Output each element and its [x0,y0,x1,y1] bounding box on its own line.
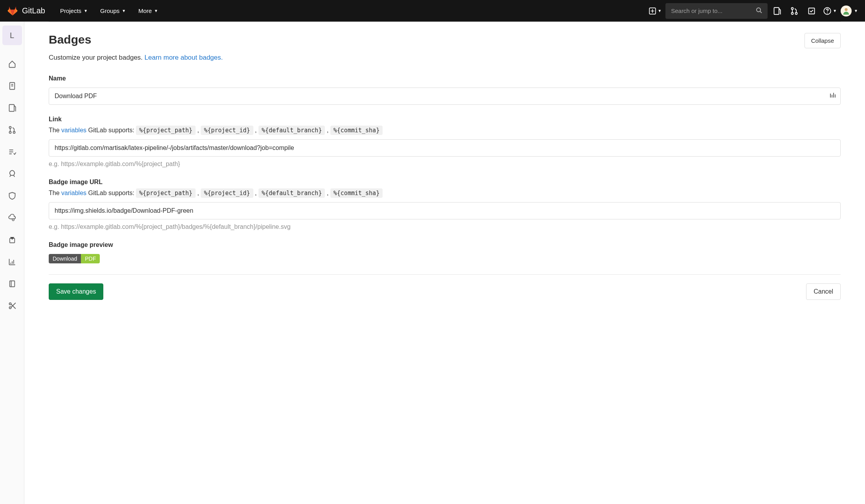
variables-link[interactable]: variables [61,127,86,133]
section-description: Customize your project badges. Learn mor… [49,54,841,62]
sidebar-issues-nav[interactable] [4,100,20,116]
image-url-label: Badge image URL [49,179,841,186]
sidebar-repository[interactable] [4,78,20,94]
chart-icon [8,258,16,266]
chevron-down-icon: ▼ [854,9,858,13]
project-avatar[interactable]: L [2,26,22,45]
merge-requests-button[interactable] [786,3,802,19]
badge-preview: Download PDF [49,254,100,263]
chevron-down-icon: ▼ [154,9,158,13]
left-sidebar: L [0,22,24,504]
section-title: Badges [49,33,91,46]
shield-icon [8,192,16,200]
issue-icon [773,7,781,15]
user-menu[interactable]: ▼ [841,5,858,16]
svg-point-14 [13,131,15,133]
gitlab-brand-text: GitLab [22,6,45,15]
todo-icon [808,7,816,15]
main-content: Badges Collapse Customize your project b… [24,22,865,504]
sidebar-packages[interactable] [4,232,20,248]
nav-projects[interactable]: Projects ▼ [55,4,93,17]
svg-rect-20 [830,94,831,98]
avatar [841,5,852,16]
svg-rect-11 [9,104,14,111]
rocket-icon [8,170,16,178]
name-input[interactable] [49,88,841,105]
svg-rect-23 [835,95,836,98]
svg-rect-17 [9,281,15,287]
merge-request-icon [790,7,798,15]
sidebar-analytics[interactable] [4,254,20,270]
svg-point-1 [757,8,761,12]
svg-rect-2 [774,7,779,15]
search-input[interactable] [665,3,768,19]
todos-button[interactable] [804,3,819,19]
search-icon [756,7,762,15]
search-box [665,3,768,19]
sidebar-wiki[interactable] [4,276,20,292]
question-icon [823,7,831,15]
sidebar-security[interactable] [4,188,20,204]
file-icon [8,82,16,90]
nav-more[interactable]: More ▼ [133,4,163,17]
chevron-down-icon: ▼ [658,9,662,13]
package-icon [8,236,16,244]
svg-point-4 [792,12,794,14]
chevron-down-icon: ▼ [84,9,88,13]
svg-point-8 [827,13,828,13]
chevron-down-icon: ▼ [833,9,837,13]
sidebar-home[interactable] [4,56,20,72]
link-input[interactable] [49,139,841,157]
svg-point-3 [792,7,794,9]
svg-point-5 [795,12,797,14]
issues-button[interactable] [769,3,785,19]
badge-preview-left: Download [49,254,81,263]
chevron-down-icon: ▼ [122,9,126,13]
link-example: e.g. https://example.gitlab.com/%{projec… [49,161,841,168]
input-keyring-icon [830,93,836,100]
link-variables-help: The variables GitLab supports: %{project… [49,127,841,134]
sidebar-snippets[interactable] [4,298,20,314]
cloud-gear-icon [8,214,16,222]
variables-link[interactable]: variables [61,190,86,196]
nav-groups[interactable]: Groups ▼ [95,4,131,17]
svg-point-18 [9,303,11,305]
sidebar-operations[interactable] [4,210,20,226]
svg-rect-21 [832,95,832,98]
learn-more-link[interactable]: Learn more about badges. [145,54,223,61]
svg-point-19 [9,307,11,309]
svg-rect-22 [833,93,834,98]
collapse-button[interactable]: Collapse [805,33,841,48]
issue-icon [8,104,16,112]
image-url-input[interactable] [49,202,841,219]
svg-point-9 [845,8,847,11]
cancel-button[interactable]: Cancel [806,283,841,300]
preview-label: Badge image preview [49,241,841,248]
name-label: Name [49,75,841,82]
image-example: e.g. https://example.gitlab.com/%{projec… [49,223,841,230]
sidebar-cicd[interactable] [4,166,20,182]
svg-point-12 [9,126,11,128]
help-button[interactable]: ▼ [821,3,839,19]
badge-preview-right: PDF [81,254,100,263]
image-variables-help: The variables GitLab supports: %{project… [49,190,841,197]
sidebar-merge-requests[interactable] [4,122,20,138]
home-icon [8,60,16,68]
sidebar-requirements[interactable] [4,144,20,160]
merge-request-icon [8,126,16,134]
link-label: Link [49,116,841,123]
save-button[interactable]: Save changes [49,283,103,300]
book-icon [8,280,16,288]
plus-box-icon [649,7,656,15]
gitlab-logo[interactable]: GitLab [7,6,45,16]
top-navbar: GitLab Projects ▼ Groups ▼ More ▼ ▼ ▼ [0,0,865,22]
new-item-button[interactable]: ▼ [647,3,664,19]
scissors-icon [8,302,16,310]
gitlab-icon [7,6,18,16]
list-check-icon [8,148,16,156]
svg-point-13 [9,131,11,133]
